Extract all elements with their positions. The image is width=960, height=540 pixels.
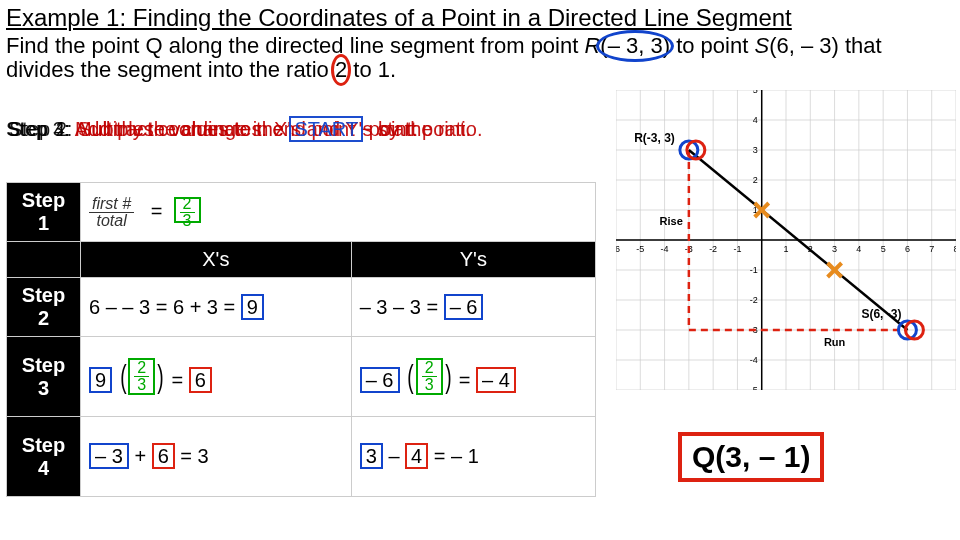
step3-y-a: – 6 [360, 367, 400, 393]
step4-y-minus: – [388, 445, 399, 467]
s3-fb1: 3 [134, 377, 149, 393]
svg-text:1: 1 [783, 244, 788, 254]
step1-cell: first # total = 2 3 [81, 183, 596, 242]
svg-text:6: 6 [905, 244, 910, 254]
step3-y-eq: = [459, 369, 471, 391]
example-title: Example 1: Finding the Coordinates of a … [6, 4, 792, 32]
xs-header: X's [81, 242, 352, 278]
s3-ft2: 2 [422, 360, 437, 377]
step2-x-expr: 6 – – 3 = 6 + 3 = [89, 296, 235, 318]
svg-text:-5: -5 [636, 244, 644, 254]
step1-frac-bot: total [89, 213, 134, 229]
problem-prefix: Find the point Q along the directed line… [6, 33, 584, 58]
step4-label: Step 4 [7, 417, 81, 497]
step4-x-eq: = [180, 445, 192, 467]
svg-text:8: 8 [953, 244, 956, 254]
coordinate-graph: -6-5-4-3-2-112345678-5-4-3-2-112345 R(-3… [616, 90, 956, 390]
step3-y-ans: – 4 [476, 367, 516, 393]
step4-y-eq: = [434, 445, 446, 467]
step1-eq: = [151, 199, 163, 221]
svg-text:-2: -2 [709, 244, 717, 254]
svg-text:R(-3, 3): R(-3, 3) [634, 131, 675, 145]
step3-x-eq: = [171, 369, 183, 391]
svg-text:Run: Run [824, 336, 846, 348]
s-coords: (6, – 3) [769, 33, 839, 58]
svg-text:-1: -1 [733, 244, 741, 254]
step2-y-expr: – 3 – 3 = [360, 296, 438, 318]
step1-answer: 2 3 [174, 197, 201, 223]
work-table: Step 1 first # total = 2 3 X's Y's [6, 182, 596, 497]
point-s-label: S [754, 33, 769, 58]
blank-hdr [7, 242, 81, 278]
step4-x-plus: + [134, 445, 146, 467]
svg-text:-4: -4 [750, 355, 758, 365]
step2-y-ans: – 6 [444, 294, 484, 320]
step4-x-b: 6 [152, 443, 175, 469]
step1-frac-top: first # [89, 196, 134, 213]
ratio-second: 1 [378, 57, 390, 82]
step4-y-b: 4 [405, 443, 428, 469]
ratio-first: 2 [335, 58, 347, 82]
step-txt-c: Add these values to the [75, 118, 284, 140]
svg-text:Rise: Rise [660, 215, 683, 227]
svg-text:S(6, -3): S(6, -3) [861, 307, 901, 321]
step2-x: 6 – – 3 = 6 + 3 = 9 [81, 278, 352, 337]
step3-x: 9 23 = 6 [81, 337, 352, 417]
problem-statement: Find the point Q along the directed line… [6, 34, 954, 82]
r-coords-circled: (– 3, 3) [600, 34, 670, 58]
step4-y-a: 3 [360, 443, 383, 469]
ratio-to: to [347, 57, 378, 82]
final-answer: Q(3, – 1) [678, 432, 824, 482]
step4-x-a: – 3 [89, 443, 129, 469]
step1-ans-bot: 3 [180, 213, 195, 229]
ys-header: Y's [351, 242, 595, 278]
svg-text:7: 7 [929, 244, 934, 254]
step4-x: – 3 + 6 = 3 [81, 417, 352, 497]
step4-y: 3 – 4 = – 1 [351, 417, 595, 497]
step3-x-ans: 6 [189, 367, 212, 393]
step3-y: – 6 23 = – 4 [351, 337, 595, 417]
step-txt-c2: point. [369, 118, 418, 140]
step4-x-ans: 3 [198, 445, 209, 467]
step1-label: Step 1 [7, 183, 81, 242]
step-lbl-c: Step 4: [7, 118, 70, 140]
problem-mid: to point [670, 33, 754, 58]
svg-text:-4: -4 [661, 244, 669, 254]
svg-text:5: 5 [753, 90, 758, 95]
svg-text:-1: -1 [750, 265, 758, 275]
step3-label: Step 3 [7, 337, 81, 417]
svg-text:4: 4 [856, 244, 861, 254]
step4-y-ans: – 1 [451, 445, 479, 467]
svg-text:-2: -2 [750, 295, 758, 305]
svg-text:2: 2 [753, 175, 758, 185]
step2-label: Step 2 [7, 278, 81, 337]
step2-y: – 3 – 3 = – 6 [351, 278, 595, 337]
svg-text:5: 5 [881, 244, 886, 254]
step3-x-a: 9 [89, 367, 112, 393]
s3-fb2: 3 [422, 377, 437, 393]
start-box: START [289, 116, 363, 142]
step2-x-ans: 9 [241, 294, 264, 320]
svg-text:-6: -6 [616, 244, 620, 254]
svg-text:3: 3 [832, 244, 837, 254]
svg-text:3: 3 [753, 145, 758, 155]
step1-ans-top: 2 [180, 196, 195, 213]
svg-text:-5: -5 [750, 385, 758, 390]
svg-text:4: 4 [753, 115, 758, 125]
s3-ft1: 2 [134, 360, 149, 377]
